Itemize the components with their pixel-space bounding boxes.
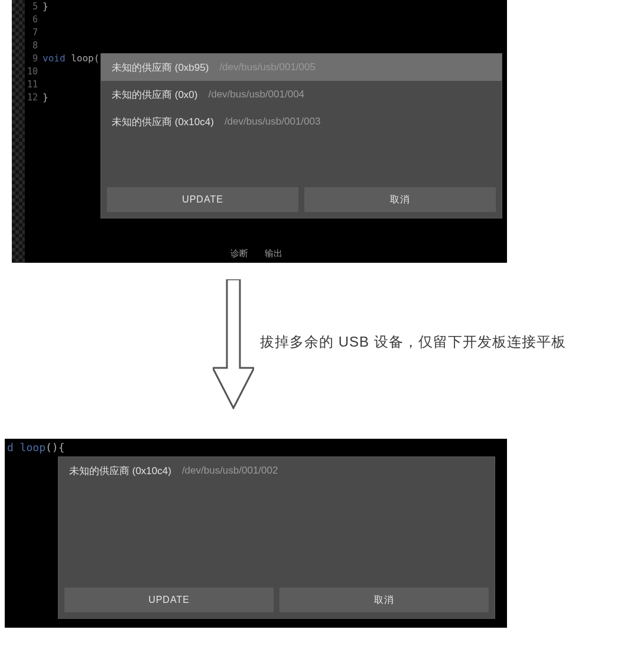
usb-path-label: /dev/bus/usb/001/003: [225, 116, 321, 128]
code-keyword: void: [43, 52, 66, 65]
tab-diagnostics[interactable]: 诊断: [230, 248, 248, 259]
code-line: 8: [27, 39, 111, 52]
code-editor: 5 } 6 7 8 9 void loop(){ 10 11: [27, 0, 111, 104]
line-number: 9: [27, 52, 43, 65]
transition-block: 拔掉多余的 USB 设备，仅留下开发板连接平板: [0, 279, 624, 415]
usb-vendor-label: 未知的供应商 (0xb95): [112, 61, 209, 74]
screenshot-after: d loop(){ 未知的供应商 (0x10c4) /dev/bus/usb/0…: [5, 439, 507, 628]
code-token: }: [43, 0, 48, 13]
usb-vendor-label: 未知的供应商 (0x10c4): [112, 115, 214, 129]
minimap-gutter: [12, 0, 25, 263]
line-number: 6: [27, 13, 43, 26]
code-fragment: d loop(){: [7, 441, 65, 454]
usb-device-item[interactable]: 未知的供应商 (0x10c4) /dev/bus/usb/001/003: [101, 108, 502, 135]
usb-device-item[interactable]: 未知的供应商 (0x10c4) /dev/bus/usb/001/002: [58, 457, 495, 484]
code-keyword: d loop: [7, 441, 46, 454]
code-line: 5 }: [27, 0, 111, 13]
code-line: 9 void loop(){: [27, 52, 111, 65]
code-token: }: [43, 91, 48, 104]
transition-caption: 拔掉多余的 USB 设备，仅留下开发板连接平板: [260, 332, 566, 351]
dialog-button-row: UPDATE 取消: [64, 588, 489, 612]
usb-path-label: /dev/bus/usb/001/005: [219, 61, 316, 73]
dialog-button-row: UPDATE 取消: [107, 187, 496, 212]
screenshot-before: 5 } 6 7 8 9 void loop(){ 10 11: [12, 0, 507, 263]
down-arrow-icon: [213, 279, 254, 409]
usb-device-item[interactable]: 未知的供应商 (0x0) /dev/bus/usb/001/004: [101, 81, 502, 108]
line-number: 10: [27, 65, 43, 78]
cancel-button[interactable]: 取消: [280, 588, 489, 612]
update-button[interactable]: UPDATE: [64, 588, 274, 612]
usb-device-item[interactable]: 未知的供应商 (0xb95) /dev/bus/usb/001/005: [101, 54, 502, 81]
code-line: 6: [27, 13, 111, 26]
update-button[interactable]: UPDATE: [107, 187, 298, 212]
line-number: 11: [27, 78, 43, 91]
cancel-button[interactable]: 取消: [304, 187, 496, 212]
code-line: 10: [27, 65, 111, 78]
line-number: 12: [27, 91, 43, 104]
tab-output[interactable]: 输出: [265, 248, 282, 259]
usb-vendor-label: 未知的供应商 (0x10c4): [69, 464, 171, 478]
usb-device-list: 未知的供应商 (0xb95) /dev/bus/usb/001/005 未知的供…: [101, 54, 502, 135]
line-number: 8: [27, 39, 43, 52]
usb-device-list: 未知的供应商 (0x10c4) /dev/bus/usb/001/002: [58, 457, 495, 484]
usb-device-dialog: 未知的供应商 (0xb95) /dev/bus/usb/001/005 未知的供…: [100, 53, 502, 218]
usb-vendor-label: 未知的供应商 (0x0): [112, 88, 197, 102]
bottom-panel-tabs: 诊断 输出: [230, 248, 282, 259]
code-line: 11: [27, 78, 111, 91]
usb-device-dialog: 未知的供应商 (0x10c4) /dev/bus/usb/001/002 UPD…: [58, 456, 495, 619]
usb-path-label: /dev/bus/usb/001/004: [208, 89, 304, 100]
line-number: 5: [27, 0, 43, 13]
code-line: 12 }: [27, 91, 111, 104]
line-number: 7: [27, 26, 43, 39]
code-line: 7: [27, 26, 111, 39]
usb-path-label: /dev/bus/usb/001/002: [182, 465, 278, 477]
code-token: (){: [46, 441, 65, 454]
